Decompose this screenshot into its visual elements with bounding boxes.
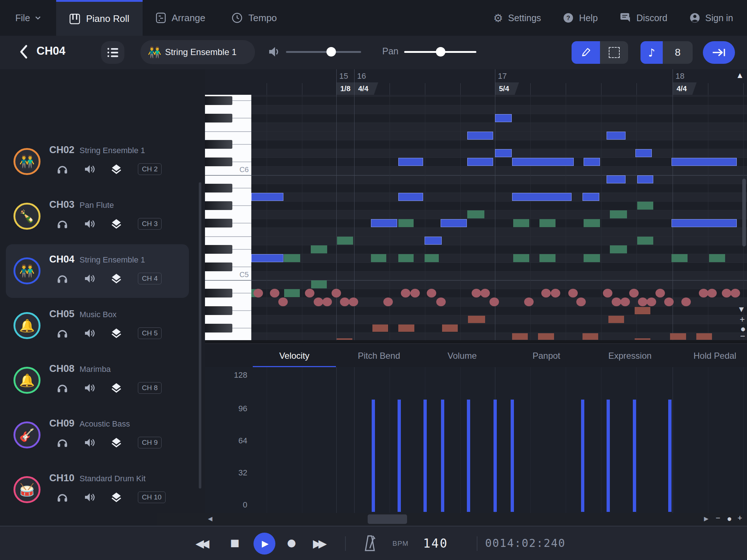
mute-button[interactable] bbox=[84, 328, 95, 338]
velocity-bar[interactable] bbox=[423, 400, 427, 512]
hzoom-out-button[interactable]: − bbox=[716, 513, 720, 523]
velocity-bar[interactable] bbox=[494, 400, 497, 512]
metronome-button[interactable] bbox=[363, 534, 376, 552]
zoom-in-button[interactable]: + bbox=[740, 314, 745, 324]
vertical-scrollbar[interactable] bbox=[742, 179, 746, 246]
hzoom-reset-button[interactable]: ● bbox=[727, 516, 731, 521]
layers-button[interactable] bbox=[111, 218, 122, 229]
panel-tab-pitch-bend[interactable]: Pitch Bend bbox=[346, 344, 412, 368]
black-key[interactable] bbox=[205, 114, 232, 122]
track-row-ch09[interactable]: 🎸CH09Acoustic BassCH 9 bbox=[6, 408, 189, 462]
black-key[interactable] bbox=[205, 184, 232, 192]
velocity-panel[interactable]: 1289664320 bbox=[205, 367, 747, 513]
midi-note[interactable] bbox=[607, 132, 626, 140]
midi-note[interactable] bbox=[425, 237, 442, 245]
track-list-scrollbar[interactable] bbox=[199, 182, 201, 489]
file-menu[interactable]: File bbox=[15, 0, 41, 36]
layers-button[interactable] bbox=[111, 273, 122, 284]
scroll-left-button[interactable]: ◀ bbox=[208, 515, 212, 522]
velocity-bar[interactable] bbox=[668, 400, 671, 512]
midi-note[interactable] bbox=[398, 193, 423, 201]
layers-button[interactable] bbox=[111, 328, 122, 339]
velocity-bar[interactable] bbox=[441, 400, 444, 512]
midi-note[interactable] bbox=[671, 219, 737, 227]
record-button[interactable]: ● bbox=[287, 538, 296, 548]
layers-button[interactable] bbox=[111, 164, 122, 175]
track-row-ch10[interactable]: 🥁CH10Standard Drum KitCH 10 bbox=[6, 463, 189, 517]
midi-note[interactable] bbox=[251, 193, 283, 201]
velocity-bar[interactable] bbox=[581, 400, 584, 512]
midi-note[interactable] bbox=[582, 193, 599, 201]
track-row-ch02[interactable]: 👬CH02String Ensemble 1CH 2 bbox=[6, 135, 189, 188]
velocity-bar[interactable] bbox=[467, 400, 470, 512]
stop-button[interactable]: ■ bbox=[230, 538, 240, 548]
black-key[interactable] bbox=[205, 140, 232, 149]
black-key[interactable] bbox=[205, 262, 232, 271]
midi-note[interactable] bbox=[495, 149, 512, 157]
pan-slider-knob[interactable] bbox=[436, 47, 445, 57]
track-row-ch08[interactable]: 🔔CH08MarimbaCH 8 bbox=[6, 354, 189, 407]
track-title[interactable]: CH04 bbox=[36, 44, 65, 58]
black-key[interactable] bbox=[205, 219, 232, 228]
layers-button[interactable] bbox=[111, 437, 122, 448]
panel-tab-expression[interactable]: Expression bbox=[597, 344, 663, 368]
note-length-button[interactable]: ♪ bbox=[640, 41, 663, 64]
time-signature-tag[interactable]: 4/4 bbox=[355, 82, 378, 95]
velocity-bar[interactable] bbox=[511, 400, 514, 512]
help-menu-item[interactable]: ?Help bbox=[563, 12, 597, 23]
scroll-down-button[interactable]: ▼ bbox=[739, 306, 744, 313]
volume-slider-knob[interactable] bbox=[326, 47, 336, 57]
volume-slider[interactable] bbox=[286, 51, 361, 53]
midi-note[interactable] bbox=[251, 254, 283, 262]
tab-arrange[interactable]: Arrange bbox=[143, 0, 219, 36]
solo-button[interactable] bbox=[57, 328, 68, 338]
layers-button[interactable] bbox=[111, 492, 122, 503]
hzoom-in-button[interactable]: + bbox=[738, 513, 742, 523]
piano-keyboard[interactable]: C6C5 bbox=[205, 95, 251, 340]
black-key[interactable] bbox=[205, 306, 232, 315]
track-row-ch04[interactable]: 👬CH04String Ensemble 1CH 4 bbox=[6, 244, 189, 298]
midi-note[interactable] bbox=[637, 175, 653, 183]
horizontal-scrollbar-thumb[interactable] bbox=[368, 514, 407, 524]
velocity-bar[interactable] bbox=[372, 400, 375, 512]
solo-button[interactable] bbox=[57, 383, 68, 393]
mute-button[interactable] bbox=[84, 492, 95, 502]
layers-button[interactable] bbox=[111, 382, 122, 393]
mute-button[interactable] bbox=[84, 273, 95, 284]
panel-tab-hold-pedal[interactable]: Hold Pedal bbox=[682, 344, 747, 368]
jump-to-end-button[interactable] bbox=[703, 41, 735, 64]
selection-tool-button[interactable] bbox=[600, 41, 628, 64]
pencil-tool-button[interactable] bbox=[572, 41, 600, 64]
mute-button[interactable] bbox=[84, 438, 95, 448]
midi-note[interactable] bbox=[635, 149, 652, 157]
black-key[interactable] bbox=[205, 201, 232, 210]
velocity-bar[interactable] bbox=[398, 400, 401, 512]
black-key[interactable] bbox=[205, 324, 232, 332]
black-key[interactable] bbox=[205, 158, 232, 166]
solo-button[interactable] bbox=[57, 438, 68, 448]
panel-tab-panpot[interactable]: Panpot bbox=[514, 344, 579, 368]
note-length-value[interactable]: 8 bbox=[663, 41, 693, 64]
velocity-bar[interactable] bbox=[633, 400, 636, 512]
solo-button[interactable] bbox=[57, 273, 68, 284]
solo-button[interactable] bbox=[57, 492, 68, 502]
black-key[interactable] bbox=[205, 245, 232, 254]
back-button[interactable] bbox=[19, 44, 28, 60]
midi-note[interactable] bbox=[607, 175, 626, 183]
time-signature-tag[interactable]: 4/4 bbox=[673, 82, 697, 95]
discord-menu-item[interactable]: Discord bbox=[620, 12, 667, 23]
solo-button[interactable] bbox=[57, 219, 68, 229]
black-key[interactable] bbox=[205, 96, 232, 105]
mute-button[interactable] bbox=[84, 383, 95, 393]
velocity-bar[interactable] bbox=[607, 400, 610, 512]
solo-button[interactable] bbox=[57, 164, 68, 174]
panel-tab-velocity[interactable]: Velocity bbox=[262, 344, 327, 368]
forward-button[interactable]: ▶▶ bbox=[313, 538, 324, 549]
scroll-right-button[interactable]: ▶ bbox=[704, 515, 708, 522]
signin-menu-item[interactable]: Sign in bbox=[689, 12, 733, 23]
tab-tempo[interactable]: Tempo bbox=[218, 0, 290, 36]
midi-note[interactable] bbox=[584, 158, 600, 166]
midi-note[interactable] bbox=[398, 158, 423, 166]
midi-note[interactable] bbox=[467, 158, 493, 166]
note-grid[interactable] bbox=[251, 95, 747, 340]
